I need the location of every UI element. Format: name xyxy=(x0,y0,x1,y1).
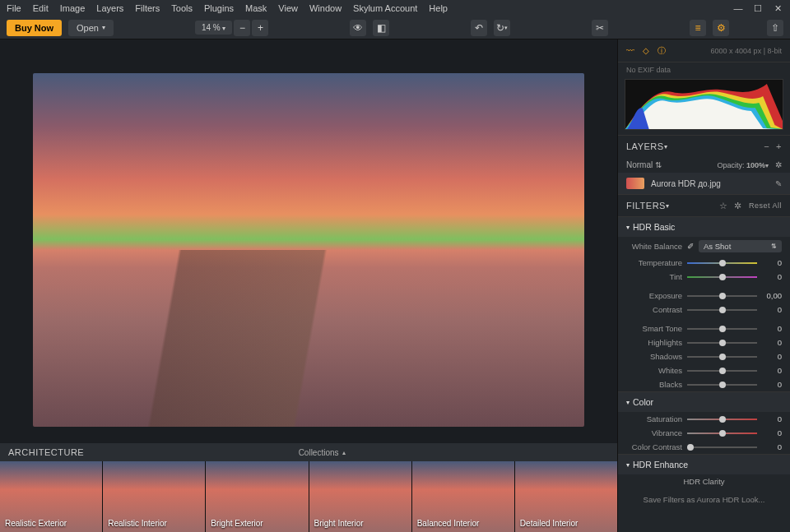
slider-value: 0 xyxy=(762,352,782,361)
color-slider-color-contrast[interactable]: Color Contrast0 xyxy=(618,440,790,454)
hdr-slider-smart-tone[interactable]: Smart Tone0 xyxy=(618,322,790,335)
crop-icon[interactable]: ✂ xyxy=(592,20,608,36)
close-icon[interactable]: ✕ xyxy=(772,3,783,14)
save-filters-link[interactable]: Save Filters as Aurora HDR Look... xyxy=(618,488,790,511)
menu-mask[interactable]: Mask xyxy=(245,3,267,13)
maximize-icon[interactable]: ☐ xyxy=(752,3,764,14)
preset-detailed-interior[interactable]: Detailed Interior xyxy=(515,461,617,532)
menu-tools[interactable]: Tools xyxy=(171,3,193,13)
menu-plugins[interactable]: Plugins xyxy=(204,3,234,13)
histogram[interactable] xyxy=(625,79,783,130)
slider-track[interactable] xyxy=(687,433,757,434)
remove-layer-icon[interactable]: − xyxy=(764,141,769,151)
settings-icon[interactable]: ✲ xyxy=(734,201,742,211)
preset-bright-interior[interactable]: Bright Interior xyxy=(309,461,411,532)
slider-knob[interactable] xyxy=(687,444,694,451)
slider-knob[interactable] xyxy=(719,382,726,388)
hdr-slider-shadows[interactable]: Shadows0 xyxy=(618,349,790,363)
minimize-icon[interactable]: — xyxy=(732,3,744,14)
hdr-slider-tint[interactable]: Tint0 xyxy=(618,270,790,284)
hdr-slider-highlights[interactable]: Highlights0 xyxy=(618,335,790,349)
history-icon[interactable]: ↻▾ xyxy=(494,20,510,36)
menu-skylum-account[interactable]: Skylum Account xyxy=(353,3,417,13)
color-header[interactable]: ▾Color xyxy=(618,392,790,412)
slider-track[interactable] xyxy=(687,356,757,358)
reset-all-button[interactable]: Reset All xyxy=(749,201,782,210)
hdr-basic-header[interactable]: ▾HDR Basic xyxy=(618,217,790,237)
slider-track[interactable] xyxy=(687,309,757,311)
eyedropper-icon[interactable]: ✐ xyxy=(687,242,694,251)
menu-edit[interactable]: Edit xyxy=(33,3,49,13)
open-button[interactable]: Open▾ xyxy=(68,20,114,36)
slider-knob[interactable] xyxy=(719,307,726,313)
add-layer-icon[interactable]: + xyxy=(776,141,782,151)
slider-track[interactable] xyxy=(687,370,757,372)
histogram-tab-icon[interactable]: 〰 xyxy=(626,46,634,55)
slider-track[interactable] xyxy=(687,384,757,386)
preset-realistic-exterior[interactable]: Realistic Exterior xyxy=(0,461,102,532)
slider-knob[interactable] xyxy=(719,340,726,346)
hdr-enhance-header[interactable]: ▾HDR Enhance xyxy=(618,455,790,474)
slider-knob[interactable] xyxy=(719,260,726,266)
hdr-slider-blacks[interactable]: Blacks0 xyxy=(618,377,790,391)
layer-item[interactable]: Aurora HDR до.jpg ✎ xyxy=(618,173,790,194)
hdr-slider-temperature[interactable]: Temperature0 xyxy=(618,256,790,270)
layer-opacity[interactable]: 100% xyxy=(746,161,765,169)
preset-balanced-interior[interactable]: Balanced Interior xyxy=(412,461,514,532)
menu-help[interactable]: Help xyxy=(429,3,448,13)
color-slider-vibrance[interactable]: Vibrance0 xyxy=(618,426,790,440)
undo-icon[interactable]: ↶ xyxy=(471,20,487,36)
hdr-slider-exposure[interactable]: Exposure0,00 xyxy=(618,289,790,303)
slider-label: Vibrance xyxy=(626,428,682,437)
hdr-slider-contrast[interactable]: Contrast0 xyxy=(618,303,790,317)
slider-value: 0 xyxy=(762,258,782,267)
menu-layers[interactable]: Layers xyxy=(96,3,123,13)
gear-icon[interactable]: ✲ xyxy=(775,160,782,169)
layers-tab-icon[interactable]: ◇ xyxy=(643,46,649,55)
slider-value: 0 xyxy=(762,305,782,314)
preset-realistic-interior[interactable]: Realistic Interior xyxy=(103,461,205,532)
slider-label: Highlights xyxy=(626,338,682,347)
star-icon[interactable]: ☆ xyxy=(719,201,728,211)
slider-knob[interactable] xyxy=(719,354,726,360)
slider-track[interactable] xyxy=(687,276,757,278)
export-icon[interactable]: ⇧ xyxy=(767,20,783,36)
slider-track[interactable] xyxy=(687,342,757,344)
adjust-panel-icon[interactable]: ⚙ xyxy=(713,20,729,36)
photo-preview[interactable] xyxy=(33,73,584,427)
slider-knob[interactable] xyxy=(719,326,726,332)
slider-knob[interactable] xyxy=(719,293,726,299)
menu-window[interactable]: Window xyxy=(309,3,342,13)
preview-icon[interactable]: 👁 xyxy=(350,20,366,36)
zoom-level[interactable]: 14 % ▾ xyxy=(195,21,233,35)
slider-knob[interactable] xyxy=(719,416,726,423)
slider-knob[interactable] xyxy=(719,430,726,437)
preset-bright-exterior[interactable]: Bright Exterior xyxy=(206,461,308,532)
slider-track[interactable] xyxy=(687,419,757,420)
buy-now-button[interactable]: Buy Now xyxy=(7,20,62,36)
blend-mode-dropdown[interactable]: Normal ⇅ xyxy=(626,160,662,169)
menu-file[interactable]: File xyxy=(7,3,21,13)
hdr-clarity-label: HDR Clarity xyxy=(626,477,782,486)
side-panel: 〰 ◇ ⓘ 6000 x 4004 px | 8-bit No EXIF dat… xyxy=(617,39,790,532)
image-bitdepth: 8-bit xyxy=(767,47,782,55)
menu-filters[interactable]: Filters xyxy=(135,3,160,13)
slider-track[interactable] xyxy=(687,295,757,297)
brush-icon[interactable]: ✎ xyxy=(775,179,782,188)
menu-view[interactable]: View xyxy=(278,3,298,13)
presets-panel-icon[interactable]: ≡ xyxy=(690,20,706,36)
menu-image[interactable]: Image xyxy=(60,3,86,13)
slider-track[interactable] xyxy=(687,328,757,330)
color-slider-saturation[interactable]: Saturation0 xyxy=(618,412,790,426)
slider-track[interactable] xyxy=(687,446,757,448)
white-balance-dropdown[interactable]: As Shot⇅ xyxy=(699,240,782,252)
slider-knob[interactable] xyxy=(719,368,726,374)
zoom-out-button[interactable]: − xyxy=(234,20,250,36)
hdr-slider-whites[interactable]: Whites0 xyxy=(618,363,790,377)
collections-dropdown[interactable]: Collections ▴ xyxy=(299,448,346,457)
zoom-in-button[interactable]: + xyxy=(252,20,268,36)
compare-icon[interactable]: ◧ xyxy=(373,20,389,36)
info-tab-icon[interactable]: ⓘ xyxy=(658,45,666,57)
slider-knob[interactable] xyxy=(719,274,726,280)
slider-track[interactable] xyxy=(687,262,757,264)
